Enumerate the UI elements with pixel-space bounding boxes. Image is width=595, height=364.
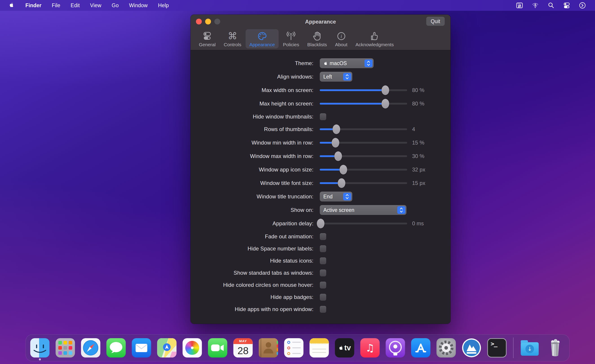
window-title: Appearance <box>305 19 336 25</box>
dock-item-mail[interactable] <box>132 338 151 357</box>
antenna-icon <box>286 31 296 42</box>
terminal-icon: >_ <box>487 338 507 357</box>
stepper-icon <box>343 193 351 200</box>
preferences-window: Appearance Quit General ⌘ Controls Appea… <box>191 14 451 324</box>
contacts-icon <box>259 338 278 357</box>
slider-thumb[interactable] <box>382 85 389 95</box>
setting-row-align-windows: Align windows: Left <box>191 72 451 82</box>
hide-space-number-labels-checkbox[interactable] <box>320 245 326 252</box>
slider-thumb[interactable] <box>340 165 347 175</box>
dock-item-notes[interactable] <box>310 338 329 357</box>
dock: MAY 28 tv ♫ <box>26 334 570 361</box>
app-icon-size-slider[interactable] <box>320 169 407 171</box>
dock-item-safari[interactable] <box>81 338 100 357</box>
tab-general[interactable]: General <box>195 29 220 48</box>
menu-item-edit[interactable]: Edit <box>65 2 85 8</box>
dock-item-tv[interactable]: tv <box>335 338 354 357</box>
dock-item-podcasts[interactable] <box>386 338 405 357</box>
music-icon: ♫ <box>361 338 380 357</box>
apple-menu[interactable] <box>7 2 20 9</box>
align-windows-dropdown[interactable]: Left <box>320 72 352 82</box>
tab-blacklists[interactable]: Blacklists <box>304 29 331 48</box>
quit-button[interactable]: Quit <box>426 17 445 26</box>
close-button[interactable] <box>196 19 202 24</box>
apparition-delay-slider[interactable] <box>320 223 407 224</box>
hide-colored-circles-checkbox[interactable] <box>320 282 326 288</box>
slider-thumb[interactable] <box>332 138 339 148</box>
control-center-icon[interactable] <box>563 2 570 9</box>
theme-dropdown[interactable]: macOS <box>320 58 374 68</box>
calendar-icon: MAY 28 <box>234 338 253 357</box>
slider-thumb[interactable] <box>382 99 389 109</box>
title-font-size-slider[interactable] <box>320 182 407 184</box>
dock-item-messages[interactable] <box>106 338 126 357</box>
minimize-button[interactable] <box>205 19 211 24</box>
tab-policies[interactable]: Policies <box>279 29 303 48</box>
hide-app-badges-checkbox[interactable] <box>320 294 326 301</box>
menu-item-view[interactable]: View <box>85 2 106 8</box>
apple-tv-icon: tv <box>335 338 354 357</box>
reminders-icon <box>284 338 304 357</box>
setting-row-fade-out: Fade out animation: <box>191 232 451 241</box>
dock-item-terminal[interactable]: >_ <box>487 338 507 357</box>
calendar-month: MAY <box>234 338 253 344</box>
dock-item-music[interactable]: ♫ <box>361 338 380 357</box>
slider-thumb[interactable] <box>338 179 345 188</box>
messages-icon <box>106 338 126 357</box>
show-on-dropdown[interactable]: Active screen <box>320 205 406 215</box>
command-icon: ⌘ <box>228 31 237 42</box>
spotlight-search-icon[interactable] <box>547 2 555 9</box>
hand-icon <box>312 31 322 42</box>
dock-item-reminders[interactable] <box>284 338 304 357</box>
dock-item-photos[interactable] <box>183 338 202 357</box>
fade-out-animation-checkbox[interactable] <box>320 233 326 240</box>
tab-appearance[interactable]: Appearance <box>246 29 279 48</box>
setting-row-window-max-width: Window max width in row: 30 % <box>191 151 451 161</box>
max-width-slider[interactable] <box>320 89 407 91</box>
slider-thumb[interactable] <box>317 219 325 228</box>
tab-acknowledgments[interactable]: Acknowledgments <box>352 29 397 48</box>
window-min-width-slider[interactable] <box>320 142 407 144</box>
tab-controls[interactable]: ⌘ Controls <box>220 29 245 48</box>
setting-row-hide-thumbnails: Hide window thumbnails: <box>191 112 451 121</box>
setting-row-show-on: Show on: Active screen <box>191 205 451 215</box>
menu-item-help[interactable]: Help <box>153 2 174 8</box>
hide-window-thumbnails-checkbox[interactable] <box>320 113 326 120</box>
dock-item-facetime[interactable] <box>208 338 227 357</box>
max-height-slider[interactable] <box>320 103 407 105</box>
dock-item-mountain-app[interactable] <box>462 338 481 357</box>
dock-item-maps[interactable] <box>157 338 177 357</box>
dock-item-downloads[interactable]: ↓ <box>520 338 539 357</box>
dock-divider <box>513 337 514 358</box>
setting-row-max-width: Max width on screen: 80 % <box>191 85 451 95</box>
zoom-button[interactable] <box>214 19 220 24</box>
dock-item-trash[interactable] <box>545 338 565 357</box>
slider-thumb[interactable] <box>334 151 342 161</box>
dock-item-app-store[interactable] <box>411 338 431 357</box>
window-max-width-slider[interactable] <box>320 155 407 157</box>
menu-item-window[interactable]: Window <box>124 2 153 8</box>
setting-row-title-truncation: Window title truncation: End <box>191 192 451 201</box>
dock-item-finder[interactable] <box>30 338 50 357</box>
menu-item-file[interactable]: File <box>47 2 65 8</box>
setting-row-hide-space-labels: Hide Space number labels: <box>191 244 451 253</box>
dock-item-calendar[interactable]: MAY 28 <box>234 338 253 357</box>
display-arrows-icon[interactable] <box>516 2 523 9</box>
tab-about[interactable]: i About <box>331 29 351 48</box>
title-truncation-dropdown[interactable]: End <box>320 192 352 201</box>
photos-icon <box>183 338 202 357</box>
wifi-warning-icon[interactable] <box>532 2 539 9</box>
dock-item-contacts[interactable] <box>259 338 278 357</box>
menu-item-finder[interactable]: Finder <box>20 2 47 8</box>
show-standard-tabs-checkbox[interactable] <box>320 269 326 276</box>
dock-item-launchpad[interactable] <box>56 338 75 357</box>
dock-item-system-preferences[interactable] <box>437 338 456 357</box>
hide-apps-no-open-window-checkbox[interactable] <box>320 306 326 313</box>
hide-status-icons-checkbox[interactable] <box>320 257 326 264</box>
menu-item-go[interactable]: Go <box>106 2 124 8</box>
circle-chevron-icon[interactable] <box>579 2 586 9</box>
rows-of-thumbnails-slider[interactable] <box>320 128 407 130</box>
launchpad-icon <box>56 338 75 357</box>
slider-thumb[interactable] <box>333 124 340 134</box>
calendar-day: 28 <box>234 344 253 357</box>
